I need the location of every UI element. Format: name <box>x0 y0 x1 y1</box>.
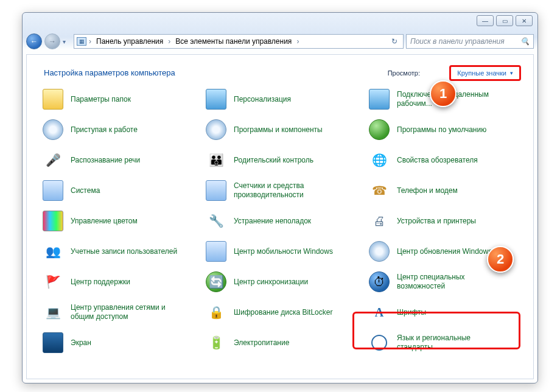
nav-row: ← → ▾ ▦ › Панель управления › Все элемен… <box>26 32 534 51</box>
item-label: Программы по умолчанию <box>397 125 486 135</box>
ease-of-access-icon: ⏱ <box>369 271 390 292</box>
item-label: Шрифты <box>397 308 426 317</box>
item-label: Экран <box>71 338 91 348</box>
item-label: Центр специальных возможностей <box>397 273 506 291</box>
breadcrumb-level1[interactable]: Панель управления <box>94 37 166 46</box>
control-panel-item[interactable]: Центр мобильности Windows <box>203 236 363 267</box>
item-label: Счетчики и средства производительности <box>234 181 343 200</box>
control-panel-item[interactable]: 🔒Шифрование диска BitLocker <box>203 297 363 327</box>
power-icon: 🔋 <box>206 332 226 353</box>
item-label: Центр поддержки <box>71 278 130 287</box>
control-panel-item[interactable]: Персонализация <box>203 84 363 114</box>
control-panel-item[interactable]: ☎Телефон и модем <box>366 175 526 206</box>
item-label: Шифрование диска BitLocker <box>234 308 332 317</box>
view-label: Просмотр: <box>388 69 420 77</box>
search-icon: 🔍 <box>520 37 530 46</box>
control-panel-item[interactable]: Программы по умолчанию <box>366 114 526 145</box>
control-panel-item[interactable]: 🖨Устройства и принтеры <box>366 206 526 236</box>
network-sharing-icon: 💻 <box>43 302 63 323</box>
search-placeholder: Поиск в панели управления <box>410 37 505 46</box>
personalization-icon <box>206 89 226 110</box>
item-label: Распознавание речи <box>71 156 140 165</box>
control-panel-item[interactable]: Система <box>40 175 200 206</box>
item-label: Управление цветом <box>71 217 138 226</box>
item-label: Устранение неполадок <box>234 217 311 226</box>
item-label: Центр синхронизации <box>234 278 308 287</box>
control-panel-item[interactable]: Приступая к работе <box>40 114 200 145</box>
item-label: Устройства и принтеры <box>397 217 476 226</box>
parental-icon: 👪 <box>206 150 226 170</box>
remote-desktop-icon <box>369 89 390 110</box>
windows-update-icon <box>369 241 390 262</box>
color-mgmt-icon <box>43 211 63 231</box>
control-panel-item[interactable]: Программы и компоненты <box>203 114 363 145</box>
control-panel-item[interactable]: 🔄Центр синхронизации <box>203 267 363 297</box>
breadcrumb-sep-icon: › <box>89 37 91 46</box>
folder-options-icon <box>43 89 63 110</box>
item-label: Телефон и модем <box>397 186 458 195</box>
control-panel-item[interactable]: 👥Учетные записи пользователей <box>40 236 200 267</box>
item-label: Центр управления сетями и общим доступом <box>71 303 180 321</box>
display-icon <box>43 332 63 353</box>
user-accounts-icon: 👥 <box>43 241 63 262</box>
region-lang-icon <box>369 332 390 353</box>
control-panel-item[interactable]: 💻Центр управления сетями и общим доступо… <box>40 297 200 327</box>
control-panel-window: — ▭ ✕ ← → ▾ ▦ › Панель управления › Все … <box>22 12 538 383</box>
action-center-icon: 🚩 <box>43 271 63 292</box>
breadcrumb-sep-icon: › <box>168 37 170 46</box>
troubleshoot-icon: 🔧 <box>206 211 226 231</box>
control-panel-item[interactable]: 👪Родительский контроль <box>203 145 363 175</box>
view-mode-dropdown[interactable]: Крупные значки <box>449 65 521 81</box>
nav-forward-button[interactable]: → <box>44 33 60 49</box>
speech-icon: 🎤 <box>43 150 63 170</box>
control-panel-item[interactable]: Параметры папок <box>40 84 200 114</box>
item-label: Приступая к работе <box>71 125 138 135</box>
default-programs-icon <box>369 119 390 140</box>
close-button[interactable]: ✕ <box>516 15 533 26</box>
items-grid: Параметры папокПерсонализацияПодключения… <box>40 84 526 379</box>
fonts-icon: A <box>369 302 390 323</box>
control-panel-icon: ▦ <box>77 37 86 46</box>
internet-options-icon: 🌐 <box>369 150 390 170</box>
breadcrumb-level2[interactable]: Все элементы панели управления <box>173 37 294 46</box>
item-label: Учетные записи пользователей <box>71 247 177 256</box>
content-area: Настройка параметров компьютера Просмотр… <box>26 54 534 379</box>
control-panel-item[interactable]: Экран <box>40 327 200 358</box>
item-label: Персонализация <box>234 95 291 104</box>
item-label: Центр обновления Windows <box>397 247 492 256</box>
search-input[interactable]: Поиск в панели управления 🔍 <box>406 34 534 49</box>
control-panel-item[interactable]: 🎤Распознавание речи <box>40 145 200 175</box>
item-label: Система <box>71 186 100 195</box>
minimize-button[interactable]: — <box>477 15 494 26</box>
control-panel-item[interactable]: 🌐Свойства обозревателя <box>366 145 526 175</box>
system-icon <box>43 180 63 201</box>
page-heading: Настройка параметров компьютера <box>44 68 175 77</box>
nav-history-chevron-icon[interactable]: ▾ <box>63 38 71 45</box>
control-panel-item[interactable]: 🔋Электропитание <box>203 327 363 358</box>
address-bar[interactable]: ▦ › Панель управления › Все элементы пан… <box>74 34 404 49</box>
refresh-icon[interactable]: ↻ <box>388 37 401 46</box>
control-panel-item[interactable]: AШрифты <box>366 297 526 327</box>
item-label: Центр мобильности Windows <box>234 247 333 256</box>
phone-modem-icon: ☎ <box>369 180 390 201</box>
item-label: Свойства обозревателя <box>397 156 478 165</box>
maximize-button[interactable]: ▭ <box>496 15 513 26</box>
mobility-center-icon <box>206 241 226 262</box>
control-panel-item[interactable]: Язык и региональные стандарты <box>366 327 526 358</box>
sync-center-icon: 🔄 <box>206 271 226 292</box>
annotation-callout-1: 1 <box>430 80 457 107</box>
bitlocker-icon: 🔒 <box>206 302 226 323</box>
item-label: Электропитание <box>234 338 289 348</box>
nav-back-button[interactable]: ← <box>26 33 42 49</box>
breadcrumb-sep-icon: › <box>296 37 299 46</box>
item-label: Язык и региональные стандарты <box>397 334 506 352</box>
control-panel-item[interactable]: Счетчики и средства производительности <box>203 175 363 206</box>
control-panel-item[interactable]: 🚩Центр поддержки <box>40 267 200 297</box>
item-label: Программы и компоненты <box>234 125 323 135</box>
devices-printers-icon: 🖨 <box>369 211 390 231</box>
view-mode-value: Крупные значки <box>457 69 506 77</box>
programs-features-icon <box>206 119 226 140</box>
control-panel-item[interactable]: Управление цветом <box>40 206 200 236</box>
control-panel-item[interactable]: 🔧Устранение неполадок <box>203 206 363 236</box>
window-buttons: — ▭ ✕ <box>477 15 533 26</box>
